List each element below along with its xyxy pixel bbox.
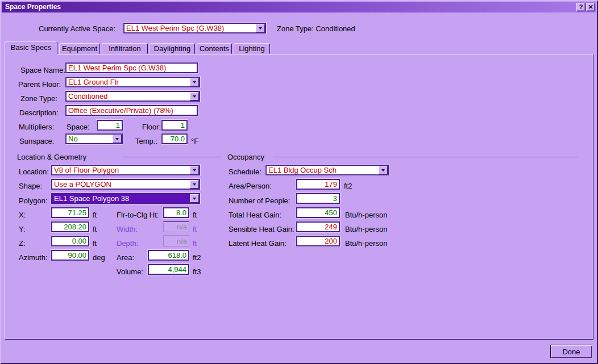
location-select[interactable]: V8 of Floor Polygon (51, 165, 200, 175)
area-person-label: Area/Person: (229, 182, 272, 190)
chevron-down-icon[interactable] (190, 194, 199, 203)
latent-heat-gain-unit: Btu/h-person (345, 239, 387, 248)
azimuth-unit: deg (93, 253, 105, 262)
temp-label: Temp.: (135, 137, 157, 145)
y-input[interactable] (51, 221, 89, 232)
shape-select[interactable]: Use a POLYGON (51, 179, 200, 190)
location-geometry-section-title: Location & Geometry (17, 153, 86, 161)
area-person-input[interactable] (296, 179, 340, 190)
zone-type-select[interactable]: Conditioned (65, 91, 200, 102)
temp-unit: °F (191, 137, 198, 145)
schedule-select[interactable]: EL1 Bldg Occup Sch (265, 165, 389, 175)
latent-heat-gain-label: Latent Heat Gain: (229, 239, 286, 248)
number-of-people-label: Number of People: (229, 196, 290, 205)
area-unit: ft2 (193, 253, 201, 262)
chevron-down-icon[interactable] (256, 24, 265, 32)
floor-multiplier-label: Floor: (142, 123, 161, 131)
active-space-label: Currently Active Space: (39, 24, 115, 33)
total-heat-gain-input[interactable] (296, 207, 340, 218)
width-input (163, 221, 189, 232)
z-input[interactable] (51, 236, 89, 246)
tab-lighting[interactable]: Lighting (234, 43, 270, 54)
help-icon[interactable]: ? (576, 3, 585, 11)
area-person-unit: ft2 (344, 182, 352, 190)
z-label: Z: (19, 239, 26, 248)
polygon-value: EL1 Space Polygon 38 (52, 194, 190, 203)
latent-heat-gain-input[interactable] (296, 236, 340, 246)
total-heat-gain-unit: Btu/h-person (345, 211, 387, 219)
depth-input (163, 236, 189, 246)
x-label: X: (19, 211, 26, 219)
tab-daylighting[interactable]: Daylighting (150, 43, 195, 54)
area-input[interactable] (148, 250, 189, 261)
flr-to-clg-input[interactable] (163, 207, 189, 218)
active-space-select[interactable]: EL1 West Perim Spc (G.W38) (123, 23, 266, 34)
space-name-input[interactable] (65, 62, 198, 73)
description-input[interactable] (65, 105, 198, 116)
location-label: Location: (19, 168, 49, 176)
y-label: Y: (19, 225, 26, 233)
schedule-label: Schedule: (229, 168, 261, 176)
polygon-select[interactable]: EL1 Space Polygon 38 (51, 193, 200, 204)
sensible-heat-gain-unit: Btu/h-person (345, 225, 387, 233)
space-multiplier-input[interactable] (97, 120, 123, 131)
polygon-label: Polygon: (19, 196, 48, 205)
sunspace-select[interactable]: No (65, 133, 123, 144)
floor-multiplier-input[interactable] (161, 120, 188, 131)
azimuth-label: Azimuth: (19, 253, 48, 262)
section-divider (123, 157, 222, 157)
total-heat-gain-label: Total Heat Gain: (229, 211, 281, 219)
parent-floor-value: EL1 Ground Flr (67, 78, 190, 86)
active-space-value: EL1 West Perim Spc (G.W38) (124, 24, 256, 32)
chevron-down-icon[interactable] (190, 180, 199, 189)
section-divider (273, 157, 578, 157)
shape-value: Use a POLYGON (52, 180, 190, 189)
done-button[interactable]: Done (550, 345, 592, 358)
width-unit: ft (193, 225, 197, 233)
flr-to-clg-unit: ft (193, 211, 197, 219)
volume-label: Volume: (117, 267, 143, 276)
temp-input[interactable] (161, 133, 188, 144)
volume-input[interactable] (148, 264, 189, 275)
x-input[interactable] (51, 207, 89, 218)
occupancy-section-title: Occupancy (227, 153, 264, 161)
chevron-down-icon[interactable] (190, 166, 199, 174)
shape-label: Shape: (19, 182, 42, 190)
space-properties-dialog: Space Properties ? ✕ Currently Active Sp… (0, 0, 598, 364)
x-unit: ft (93, 211, 97, 219)
sunspace-label: Sunspace: (19, 137, 54, 145)
zone-type-label: Zone Type: (20, 94, 57, 103)
zone-type-static-text: Zone Type: Conditioned (277, 24, 355, 33)
space-multiplier-label: Space: (67, 123, 89, 131)
tab-infiltration[interactable]: Infiltration (102, 43, 148, 54)
titlebar[interactable]: Space Properties ? ✕ (2, 2, 596, 12)
location-value: V8 of Floor Polygon (52, 166, 190, 174)
description-label: Description: (19, 108, 59, 117)
depth-unit: ft (193, 239, 197, 248)
number-of-people-input[interactable] (296, 193, 340, 204)
depth-label: Depth: (117, 239, 138, 248)
y-unit: ft (93, 225, 97, 233)
zone-type-value: Conditioned (67, 92, 190, 101)
sensible-heat-gain-input[interactable] (296, 221, 340, 232)
close-icon[interactable]: ✕ (586, 3, 595, 11)
azimuth-input[interactable] (51, 250, 89, 261)
width-label: Width: (117, 225, 138, 233)
parent-floor-label: Parent Floor: (18, 80, 61, 89)
chevron-down-icon[interactable] (379, 166, 388, 174)
flr-to-clg-label: Flr-to-Clg Ht: (117, 211, 159, 219)
z-unit: ft (93, 239, 97, 248)
volume-unit: ft3 (193, 267, 201, 276)
window-title: Space Properties (5, 3, 61, 11)
multipliers-label: Multipliers: (19, 123, 54, 131)
tab-equipment[interactable]: Equipment (59, 43, 100, 54)
tab-basic-specs[interactable]: Basic Specs (5, 41, 57, 55)
chevron-down-icon[interactable] (113, 135, 122, 143)
tab-contents[interactable]: Contents (197, 43, 232, 54)
area-label: Area: (117, 253, 134, 262)
chevron-down-icon[interactable] (190, 92, 199, 101)
chevron-down-icon[interactable] (190, 78, 199, 86)
parent-floor-select[interactable]: EL1 Ground Flr (65, 77, 200, 87)
sensible-heat-gain-label: Sensible Heat Gain: (229, 225, 294, 233)
schedule-value: EL1 Bldg Occup Sch (267, 166, 379, 174)
